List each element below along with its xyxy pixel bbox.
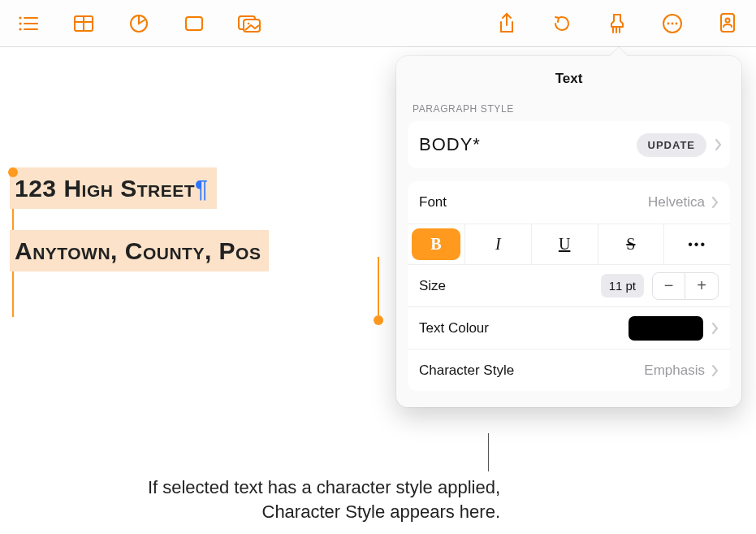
undo-icon[interactable] [548,10,576,37]
bold-button[interactable]: B [412,228,460,260]
size-label: Size [419,278,601,294]
format-popover: Text PARAGRAPH STYLE BODY* UPDATE Font H… [396,56,741,407]
size-decrease-button[interactable]: − [653,273,685,299]
toolbar [0,0,756,47]
more-text-options-button[interactable]: ••• [663,224,730,264]
size-value[interactable]: 11 pt [601,274,644,297]
text-line-1: 123 High Street [15,175,195,202]
text-colour-row[interactable]: Text Colour [408,306,730,349]
share-icon[interactable] [493,10,521,37]
font-card: Font Helvetica B I U S ••• Size 11 pt − … [408,181,730,391]
svg-point-2 [19,22,21,24]
callout-leader-line [488,433,489,471]
svg-point-17 [676,22,678,24]
list-icon[interactable] [15,10,42,37]
pilcrow-icon: ¶ [195,175,209,202]
selection-handle-start[interactable] [8,167,18,177]
svg-point-16 [672,22,674,24]
font-label: Font [419,194,648,211]
callout-text: If selected text has a character style a… [78,475,500,523]
svg-point-19 [726,18,730,22]
italic-button[interactable]: I [464,224,531,264]
media-icon[interactable] [235,10,263,37]
update-button[interactable]: UPDATE [637,133,706,157]
text-colour-label: Text Colour [419,320,629,336]
chevron-right-icon [711,322,719,335]
size-row: Size 11 pt − + [408,264,730,306]
shape-icon[interactable] [180,10,208,37]
character-style-label: Character Style [419,363,644,379]
selected-text-block[interactable]: 123 High Street¶ Anytown, County, Pos [10,167,380,271]
svg-point-0 [19,16,21,19]
svg-point-15 [667,22,670,24]
underline-button[interactable]: U [531,224,598,264]
font-value: Helvetica [648,194,705,211]
chevron-right-icon [711,364,719,377]
character-style-row[interactable]: Character Style Emphasis [408,349,730,391]
paragraph-style-section-label: PARAGRAPH STYLE [408,98,730,121]
text-colour-swatch[interactable] [629,316,703,341]
table-icon[interactable] [70,10,97,37]
chevron-right-icon [711,196,719,209]
popover-caret [610,47,628,56]
character-style-value: Emphasis [644,363,705,379]
chevron-right-icon [715,138,722,151]
paragraph-style-card: BODY* UPDATE [408,121,730,168]
text-style-segment: B I U S ••• [408,224,730,264]
strikethrough-button[interactable]: S [598,224,664,264]
size-stepper: − + [652,272,719,300]
svg-rect-10 [186,17,202,30]
svg-point-4 [19,28,21,30]
size-increase-button[interactable]: + [685,273,718,299]
font-row[interactable]: Font Helvetica [408,181,730,224]
more-icon[interactable] [659,10,686,37]
text-line-2: Anytown, County, Pos [10,230,269,271]
svg-point-13 [248,22,250,24]
chart-icon[interactable] [125,10,153,37]
collaborate-icon[interactable] [714,10,741,37]
format-brush-icon[interactable] [603,10,631,37]
paragraph-style-row[interactable]: BODY* UPDATE [408,121,730,168]
selection-handle-end[interactable] [374,315,383,325]
popover-title: Text [408,67,730,98]
paragraph-style-name: BODY* [419,134,637,155]
selection-caret-end [378,257,379,315]
